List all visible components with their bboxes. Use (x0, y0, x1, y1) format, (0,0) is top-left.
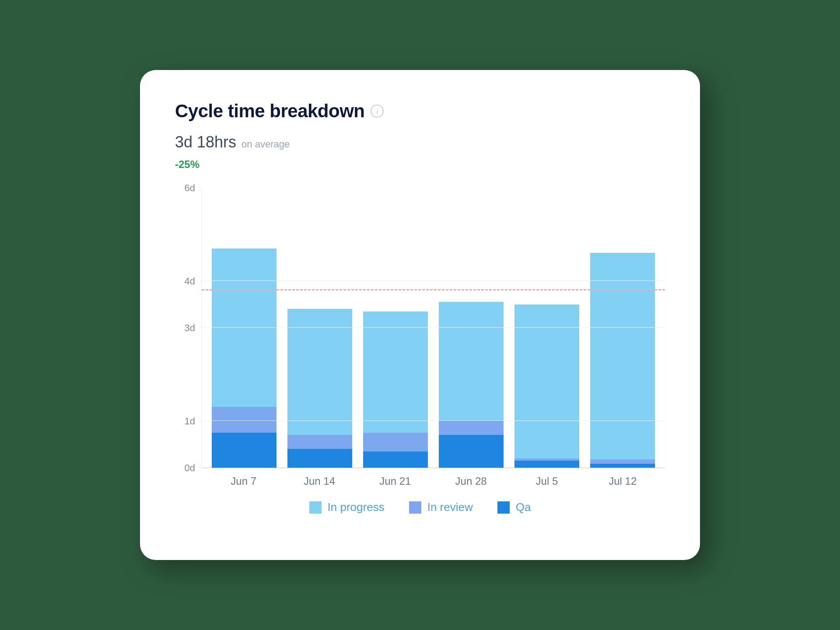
y-tick-label: 0d (185, 462, 195, 474)
x-tick-label: Jun 28 (439, 475, 504, 487)
x-axis: Jun 7Jun 14Jun 21Jun 28Jul 5Jul 12 (201, 468, 665, 487)
metric-delta: -25% (175, 158, 665, 171)
metric-value: 3d 18hrs (175, 133, 236, 151)
x-tick-label: Jun 7 (211, 475, 276, 487)
y-tick-label: 4d (185, 276, 195, 287)
legend: In progress In review Qa (175, 500, 665, 514)
chart-card: Cycle time breakdown i 3d 18hrs on avera… (140, 70, 700, 560)
plot-area (201, 188, 665, 468)
swatch-qa (497, 501, 510, 514)
grid-line (202, 420, 665, 421)
bar-segment (590, 464, 655, 468)
chart-area: 0d1d3d4d6d (175, 188, 665, 468)
metric-suffix: on average (242, 139, 290, 150)
y-tick-label: 6d (185, 182, 195, 194)
bar[interactable] (287, 309, 352, 468)
bar-segment (590, 253, 655, 459)
x-tick-label: Jun 14 (287, 475, 352, 487)
legend-item-in-review: In review (409, 500, 473, 514)
legend-label-qa: Qa (516, 500, 531, 514)
legend-label-in-progress: In progress (328, 500, 385, 514)
bar-segment (363, 452, 428, 468)
legend-label-in-review: In review (427, 500, 473, 514)
bar-segment (514, 461, 579, 468)
x-tick-label: Jun 21 (363, 475, 427, 487)
y-tick-label: 3d (185, 322, 195, 334)
reference-line (202, 289, 665, 290)
bar-segment (363, 312, 428, 433)
metric-row: 3d 18hrs on average (175, 133, 665, 151)
title-row: Cycle time breakdown i (175, 101, 665, 122)
bar-segment (287, 449, 352, 468)
x-tick-label: Jul 5 (514, 475, 579, 487)
bar-segment (590, 459, 655, 464)
bar-segment (212, 433, 276, 468)
swatch-in-progress (309, 501, 322, 514)
swatch-in-review (409, 501, 421, 514)
bar-segment (363, 433, 428, 452)
bar-segment (439, 421, 504, 435)
bar[interactable] (363, 312, 428, 468)
bar-segment (287, 435, 352, 449)
chart-title: Cycle time breakdown (175, 101, 364, 122)
legend-item-qa: Qa (497, 500, 531, 514)
bar[interactable] (514, 304, 579, 468)
legend-item-in-progress: In progress (309, 500, 385, 514)
bar[interactable] (590, 253, 655, 468)
bar[interactable] (212, 248, 276, 468)
bar-segment (212, 248, 276, 407)
bars-container (202, 188, 665, 468)
y-axis: 0d1d3d4d6d (175, 188, 201, 468)
info-icon[interactable]: i (371, 105, 384, 118)
bar-segment (287, 309, 352, 435)
y-tick-label: 1d (185, 416, 195, 427)
grid-line (202, 280, 665, 281)
grid-line (202, 327, 665, 328)
bar-segment (439, 435, 504, 468)
bar-segment (439, 302, 504, 421)
bar-segment (212, 407, 276, 433)
x-tick-label: Jul 12 (590, 475, 655, 487)
